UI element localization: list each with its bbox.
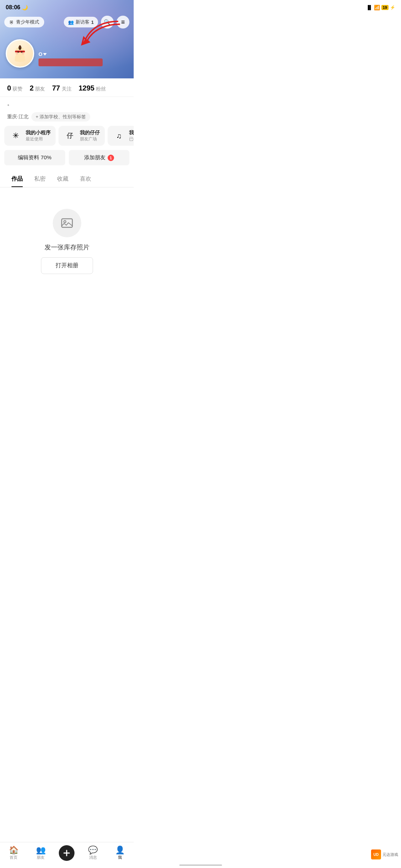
friends-label: 朋友 (35, 86, 45, 92)
menu-icon: ≡ (121, 19, 125, 26)
tab-favorites-label: 收藏 (57, 176, 68, 182)
mini-app-zaizi-sub: 朋友广场 (80, 136, 100, 142)
top-nav: ⛨ 青少年模式 👥 新访客 1 🔍 ≡ (0, 16, 134, 29)
mini-app-programs-sub: 最近使用 (26, 136, 51, 142)
mini-app-zaizi[interactable]: 仔 我的仔仔 朋友广场 (58, 126, 105, 146)
following-count: 77 (52, 84, 60, 92)
top-nav-right: 👥 新访客 1 🔍 ≡ (64, 16, 129, 29)
tab-favorites[interactable]: 收藏 (51, 171, 74, 187)
mini-app-zaizi-icon: 仔 (63, 129, 76, 142)
empty-state: 发一张库存照片 打开相册 (0, 187, 134, 295)
mini-app-music-sub: 已收 (129, 136, 134, 142)
mini-apps-row: ✳ 我的小程序 最近使用 仔 我的仔仔 朋友广场 ♫ 我的 已收 (4, 126, 129, 146)
mini-app-zaizi-text: 我的仔仔 朋友广场 (80, 130, 100, 142)
youth-mode-icon: ⛨ (9, 20, 14, 25)
mini-app-music[interactable]: ♫ 我的 已收 (108, 126, 134, 146)
svg-point-7 (21, 51, 22, 53)
likes-label: 获赞 (12, 86, 22, 92)
username-redacted (38, 58, 103, 66)
stat-followers: 1295 粉丝 (79, 84, 106, 92)
friends-count: 2 (30, 84, 34, 92)
image-placeholder-icon (61, 217, 73, 229)
profile-name-area: O (38, 51, 128, 68)
add-friend-button[interactable]: 添加朋友 1 (69, 150, 130, 165)
tab-works-label: 作品 (11, 176, 23, 182)
main-content: 0 获赞 2 朋友 77 关注 1295 粉丝 。 重庆·江北 + 添加学校、性… (0, 78, 134, 324)
profile-info-area: O (0, 39, 134, 68)
svg-point-8 (16, 52, 18, 55)
mini-app-programs[interactable]: ✳ 我的小程序 最近使用 (4, 126, 56, 146)
tab-private[interactable]: 私密 (29, 171, 51, 187)
svg-point-11 (20, 58, 25, 62)
edit-profile-button[interactable]: 编辑资料 70% (4, 150, 65, 165)
followers-label: 粉丝 (96, 86, 106, 92)
stats-section: 0 获赞 2 朋友 77 关注 1295 粉丝 (0, 78, 134, 97)
search-button[interactable]: 🔍 (101, 16, 114, 29)
visitor-button[interactable]: 👥 新访客 1 (64, 17, 98, 27)
youth-mode-button[interactable]: ⛨ 青少年模式 (4, 17, 44, 27)
search-icon: 🔍 (104, 19, 111, 26)
mini-apps-section: ✳ 我的小程序 最近使用 仔 我的仔仔 朋友广场 ♫ 我的 已收 (0, 126, 134, 150)
tags-section: 重庆·江北 + 添加学校、性别等标签 (0, 110, 134, 126)
likes-count: 0 (7, 84, 11, 92)
menu-button[interactable]: ≡ (117, 16, 129, 29)
following-label: 关注 (62, 86, 72, 92)
add-tag-label: + 添加学校、性别等标签 (36, 114, 86, 120)
tab-liked[interactable]: 喜欢 (74, 171, 97, 187)
mini-app-music-name: 我的 (129, 130, 134, 136)
svg-rect-12 (62, 219, 72, 227)
tab-liked-label: 喜欢 (80, 176, 91, 182)
edit-profile-label: 编辑资料 70% (18, 154, 51, 161)
visitor-icon: 👥 (68, 20, 74, 25)
tab-works[interactable]: 作品 (6, 171, 29, 187)
open-album-label: 打开相册 (56, 262, 78, 268)
stat-friends: 2 朋友 (30, 84, 45, 92)
level-dropdown-icon (43, 53, 47, 56)
youth-mode-label: 青少年模式 (16, 19, 39, 25)
bio-section: 。 (0, 97, 134, 110)
svg-point-5 (19, 45, 21, 49)
open-album-button[interactable]: 打开相册 (41, 257, 93, 274)
tabs-section: 作品 私密 收藏 喜欢 (0, 171, 134, 187)
stat-following: 77 关注 (52, 84, 71, 92)
mini-app-music-icon: ♫ (113, 129, 125, 142)
mini-app-programs-text: 我的小程序 最近使用 (26, 130, 51, 142)
visitor-label: 新访客 (76, 19, 89, 25)
level-badge: O (38, 51, 47, 57)
avatar[interactable] (6, 39, 34, 68)
svg-point-13 (64, 221, 66, 223)
add-friend-label: 添加朋友 (84, 154, 106, 161)
username-row: O (38, 51, 128, 57)
add-tag-button[interactable]: + 添加学校、性别等标签 (31, 112, 90, 122)
stat-likes: 0 获赞 (7, 84, 22, 92)
tab-private-label: 私密 (34, 176, 46, 182)
status-bar: 08:06 🌙 ▐▌ 📶 19 ⚡ (0, 0, 134, 13)
action-buttons: 编辑资料 70% 添加朋友 1 (0, 150, 134, 171)
svg-point-6 (17, 51, 19, 53)
mini-app-zaizi-name: 我的仔仔 (80, 130, 100, 136)
visitor-count: 1 (91, 20, 94, 25)
svg-point-9 (22, 52, 24, 55)
svg-point-10 (15, 58, 20, 62)
followers-count: 1295 (79, 84, 95, 92)
status-time: 08:06 (6, 4, 20, 11)
empty-icon-circle (53, 209, 81, 237)
add-friend-badge: 1 (108, 155, 114, 161)
moon-icon: 🌙 (22, 5, 28, 10)
empty-title: 发一张库存照片 (45, 243, 89, 252)
svg-rect-3 (15, 51, 25, 52)
mini-app-programs-name: 我的小程序 (26, 130, 51, 136)
mini-app-programs-icon: ✳ (9, 129, 22, 142)
location-tag: 重庆·江北 (7, 114, 29, 120)
mini-app-music-text: 我的 已收 (129, 130, 134, 142)
bio-text: 。 (7, 100, 13, 106)
level-label: O (38, 51, 42, 57)
